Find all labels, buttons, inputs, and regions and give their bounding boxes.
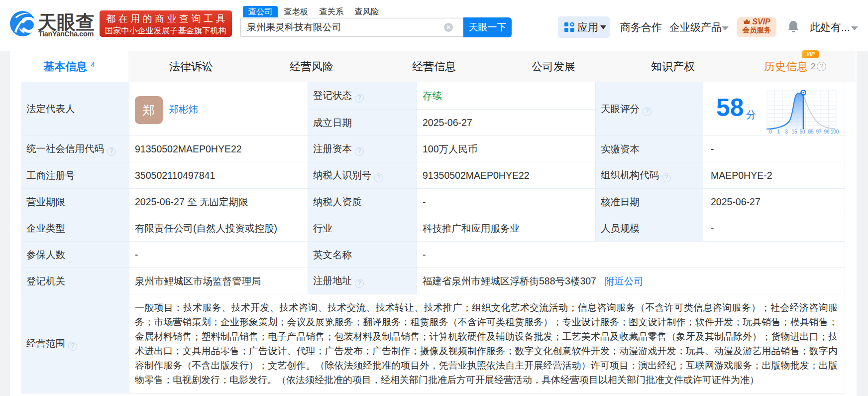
svg-text:3: 3 [785, 129, 788, 134]
svg-text:0: 0 [769, 129, 772, 134]
svg-text:50: 50 [799, 129, 805, 134]
svg-text:97: 97 [816, 129, 822, 134]
svg-text:99: 99 [824, 129, 830, 134]
svg-text:100: 100 [831, 129, 839, 134]
svg-text:15: 15 [791, 129, 797, 134]
svg-text:85: 85 [808, 129, 814, 134]
svg-text:1: 1 [777, 129, 780, 134]
